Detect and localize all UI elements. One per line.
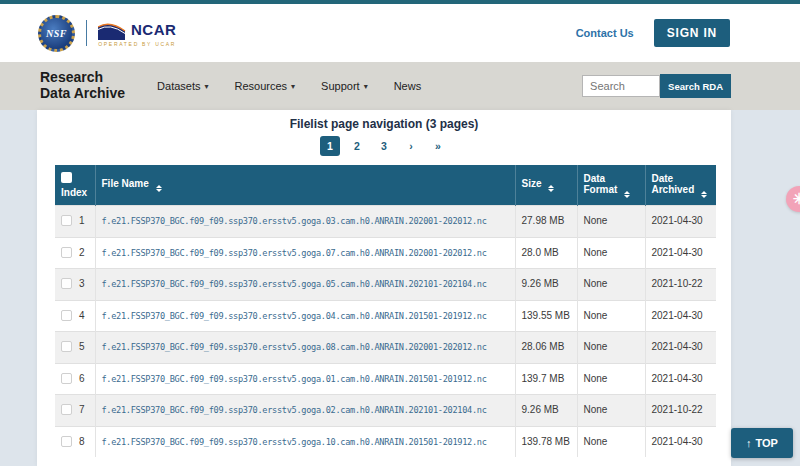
nav-item-label: Datasets: [157, 80, 200, 92]
pagination-last-button[interactable]: »: [428, 136, 448, 156]
column-header-file-name[interactable]: File Name: [95, 165, 515, 206]
date-archived: 2021-10-22: [645, 269, 716, 301]
file-row: 5f.e21.FSSP370_BGC.f09_f09.ssp370.ersstv…: [55, 332, 716, 364]
row-index: 2: [79, 247, 85, 258]
page-body: Filelist page navigation (3 pages) 123›»…: [0, 110, 800, 466]
row-checkbox[interactable]: [61, 310, 72, 321]
file-size: 139.55 MB: [515, 300, 577, 332]
site-title-line1: Research: [40, 70, 125, 86]
content-panel: Filelist page navigation (3 pages) 123›»…: [37, 110, 731, 466]
file-link[interactable]: f.e21.FSSP370_BGC.f09_f09.ssp370.ersstv5…: [102, 279, 487, 289]
date-archived: 2021-04-30: [645, 206, 716, 238]
file-row: 7f.e21.FSSP370_BGC.f09_f09.ssp370.ersstv…: [55, 395, 716, 427]
row-checkbox[interactable]: [61, 341, 72, 352]
date-archived: 2021-04-30: [645, 300, 716, 332]
file-link[interactable]: f.e21.FSSP370_BGC.f09_f09.ssp370.ersstv5…: [102, 311, 487, 321]
file-size: 139.7 MB: [515, 363, 577, 395]
nav-item-news[interactable]: News: [394, 80, 422, 92]
file-row: 3f.e21.FSSP370_BGC.f09_f09.ssp370.ersstv…: [55, 269, 716, 301]
data-format: None: [577, 332, 645, 364]
sort-icon[interactable]: [624, 191, 630, 198]
index-header-label: Index: [61, 187, 87, 198]
row-checkbox[interactable]: [61, 278, 72, 289]
chevron-down-icon: ▾: [364, 82, 368, 91]
filelist-table: Index File Name Size Data Format: [55, 165, 716, 457]
ncar-tagline: Operated by UCAR: [98, 41, 176, 47]
row-index: 1: [79, 215, 85, 226]
file-size: 9.26 MB: [515, 395, 577, 427]
site-title-line2: Data Archive: [40, 86, 125, 102]
date-archived-header-label: Date Archived: [652, 173, 695, 195]
search-rda-button[interactable]: Search RDA: [660, 74, 731, 98]
widget-icon: ✳: [793, 190, 800, 208]
scroll-to-top-button[interactable]: ↑ TOP: [731, 428, 793, 458]
file-link[interactable]: f.e21.FSSP370_BGC.f09_f09.ssp370.ersstv5…: [102, 216, 487, 226]
column-header-data-format[interactable]: Data Format: [577, 165, 645, 206]
up-arrow-icon: ↑: [746, 437, 752, 449]
logo-group: NSF NCAR Operated by UCAR: [38, 15, 176, 52]
file-link[interactable]: f.e21.FSSP370_BGC.f09_f09.ssp370.ersstv5…: [102, 405, 487, 415]
pagination-page-1[interactable]: 1: [320, 136, 340, 156]
sort-icon[interactable]: [156, 185, 162, 192]
nsf-logo[interactable]: NSF: [38, 15, 75, 52]
ncar-logo[interactable]: NCAR Operated by UCAR: [98, 20, 176, 47]
file-link[interactable]: f.e21.FSSP370_BGC.f09_f09.ssp370.ersstv5…: [102, 374, 487, 384]
file-link[interactable]: f.e21.FSSP370_BGC.f09_f09.ssp370.ersstv5…: [102, 342, 487, 352]
sign-in-button[interactable]: SIGN IN: [654, 19, 730, 47]
nav-item-support[interactable]: Support▾: [321, 80, 368, 92]
size-header-label: Size: [522, 178, 542, 189]
data-format: None: [577, 426, 645, 457]
data-format-header-label: Data Format: [584, 173, 618, 195]
contact-us-link[interactable]: Contact Us: [576, 27, 634, 39]
data-format: None: [577, 395, 645, 427]
nav-item-resources[interactable]: Resources▾: [235, 80, 296, 92]
file-row: 8f.e21.FSSP370_BGC.f09_f09.ssp370.ersstv…: [55, 426, 716, 457]
pagination-next-button[interactable]: ›: [401, 136, 421, 156]
column-header-date-archived[interactable]: Date Archived: [645, 165, 716, 206]
nsf-logo-text: NSF: [46, 28, 67, 39]
row-checkbox[interactable]: [61, 215, 72, 226]
search-input[interactable]: [582, 75, 660, 97]
nav-item-label: News: [394, 80, 422, 92]
feedback-widget-button[interactable]: ✳: [786, 186, 800, 212]
row-index: 4: [79, 310, 85, 321]
file-row: 4f.e21.FSSP370_BGC.f09_f09.ssp370.ersstv…: [55, 300, 716, 332]
row-checkbox[interactable]: [61, 247, 72, 258]
sort-icon[interactable]: [548, 185, 554, 192]
nav-menu: Datasets▾Resources▾Support▾News: [157, 80, 421, 92]
pagination-page-2[interactable]: 2: [347, 136, 367, 156]
date-archived: 2021-04-30: [645, 237, 716, 269]
site-title[interactable]: Research Data Archive: [40, 70, 125, 101]
row-index: 5: [79, 341, 85, 352]
pagination: 123›»: [37, 136, 731, 156]
ncar-logo-text: NCAR: [131, 21, 176, 38]
row-checkbox[interactable]: [61, 404, 72, 415]
column-header-index: Index: [55, 165, 95, 206]
row-checkbox[interactable]: [61, 436, 72, 447]
top-button-label: TOP: [756, 437, 778, 449]
date-archived: 2021-04-30: [645, 426, 716, 457]
file-size: 28.0 MB: [515, 237, 577, 269]
file-link[interactable]: f.e21.FSSP370_BGC.f09_f09.ssp370.ersstv5…: [102, 248, 487, 258]
search-area: Search RDA: [582, 74, 731, 98]
row-index: 7: [79, 404, 85, 415]
main-navbar: Research Data Archive Datasets▾Resources…: [0, 62, 800, 110]
chevron-down-icon: ▾: [291, 82, 295, 91]
file-size: 27.98 MB: [515, 206, 577, 238]
column-header-size[interactable]: Size: [515, 165, 577, 206]
logo-divider: [86, 20, 87, 46]
file-link[interactable]: f.e21.FSSP370_BGC.f09_f09.ssp370.ersstv5…: [102, 437, 487, 447]
select-all-checkbox[interactable]: [61, 172, 72, 183]
file-size: 28.06 MB: [515, 332, 577, 364]
pagination-page-3[interactable]: 3: [374, 136, 394, 156]
file-row: 2f.e21.FSSP370_BGC.f09_f09.ssp370.ersstv…: [55, 237, 716, 269]
row-checkbox[interactable]: [61, 373, 72, 384]
data-format: None: [577, 206, 645, 238]
row-index: 8: [79, 436, 85, 447]
row-index: 6: [79, 373, 85, 384]
file-size: 9.26 MB: [515, 269, 577, 301]
sort-icon[interactable]: [701, 191, 707, 198]
nav-item-datasets[interactable]: Datasets▾: [157, 80, 208, 92]
date-archived: 2021-04-30: [645, 332, 716, 364]
site-header: NSF NCAR Operated by UCAR Contact Us SIG…: [0, 4, 800, 62]
